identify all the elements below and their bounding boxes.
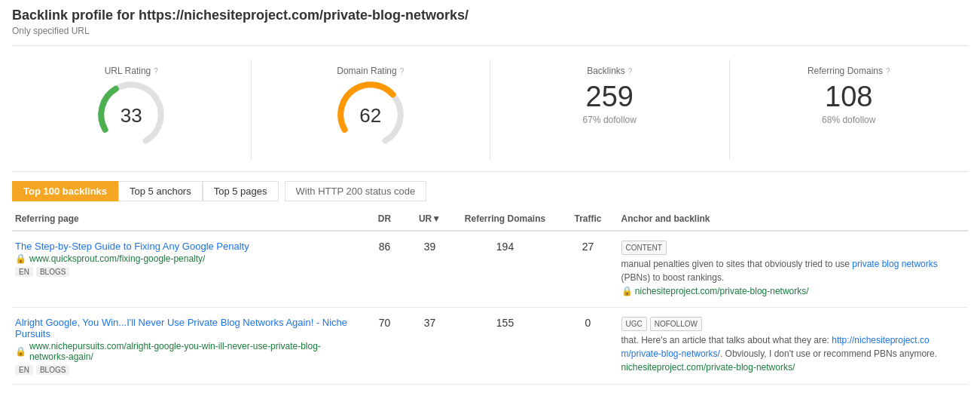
referring-domains-info-icon[interactable]: ?	[886, 67, 890, 75]
page-link-2[interactable]: Alright Google, You Win...I'll Never Use…	[15, 317, 347, 339]
cell-domain-1: 🔒 www.quicksprout.com/fixing-google-pena…	[15, 253, 359, 264]
backlinks-info-icon[interactable]: ?	[628, 67, 633, 75]
col-header-dr[interactable]: DR	[362, 212, 408, 226]
cell-dr-1: 86	[362, 239, 408, 299]
tab-top-100-backlinks[interactable]: Top 100 backlinks	[12, 181, 118, 201]
referring-domains-label: Referring Domains ?	[808, 66, 890, 76]
col-header-traffic: Traffic	[558, 212, 618, 226]
cell-tags-1: EN BLOGS	[15, 267, 359, 277]
header-divider	[12, 45, 968, 46]
anchor-text-1: manual penalties given to sites that obv…	[621, 259, 853, 269]
cell-page-2: Alright Google, You Win...I'll Never Use…	[12, 315, 362, 376]
page-link-1[interactable]: The Step-by-Step Guide to Fixing Any Goo…	[15, 241, 249, 252]
col-header-anchor: Anchor and backlink	[618, 212, 969, 226]
cell-traffic-2: 0	[558, 315, 618, 376]
anchor-domain-1: 🔒 nichesiteproject.com/private-blog-netw…	[621, 284, 966, 298]
tab-http-filter[interactable]: With HTTP 200 status code	[285, 181, 427, 201]
page-subtitle: Only specified URL	[12, 26, 968, 36]
anchor-domain-link-2[interactable]: nichesiteproject.com/private-blog-networ…	[621, 362, 795, 373]
anchor-link-1[interactable]: private blog networks	[852, 259, 937, 269]
page-title: Backlink profile for https://nichesitepr…	[12, 8, 968, 23]
backlinks-block: Backlinks ? 259 67% dofollow	[490, 60, 730, 159]
cell-page-1: The Step-by-Step Guide to Fixing Any Goo…	[12, 239, 362, 299]
lock-icon-1: 🔒	[15, 253, 26, 264]
anchor-tags-2: UGC NOFOLLOW	[621, 317, 966, 331]
anchor-tag-nofollow-2: NOFOLLOW	[650, 317, 702, 331]
referring-domains-value: 108	[825, 81, 872, 113]
page-title-1: The Step-by-Step Guide to Fixing Any Goo…	[15, 241, 359, 252]
table-row: The Step-by-Step Guide to Fixing Any Goo…	[12, 232, 968, 308]
tag-blogs-2: BLOGS	[36, 365, 69, 375]
cell-dr-2: 70	[362, 315, 408, 376]
cell-tags-2: EN BLOGS	[15, 365, 359, 375]
referring-domains-sub: 68% dofollow	[822, 115, 875, 125]
col-header-referring-page: Referring page	[12, 212, 362, 226]
tab-top-5-pages[interactable]: Top 5 pages	[203, 181, 279, 201]
anchor-text2-1: (PBNs) to boost rankings.	[621, 272, 725, 283]
anchor-text2-2: . Obviously, I don't use or recommend PB…	[720, 348, 937, 359]
backlinks-table: Referring page DR UR▼ Referring Domains …	[12, 207, 968, 385]
cell-rd-2: 155	[453, 315, 558, 376]
url-rating-value: 33	[121, 104, 142, 127]
cell-ur-1: 39	[408, 239, 453, 299]
anchor-tag-content-1: CONTENT	[621, 241, 667, 255]
backlinks-value: 259	[586, 81, 633, 113]
lock-icon-2: 🔒	[15, 346, 26, 357]
cell-anchor-1: CONTENT manual penalties given to sites …	[618, 239, 969, 299]
cell-domain-2: 🔒 www.nichepursuits.com/alright-google-y…	[15, 341, 359, 362]
page-container: Backlink profile for https://nichesitepr…	[0, 0, 980, 405]
domain-link-2[interactable]: www.nichepursuits.com/alright-google-you…	[29, 341, 359, 362]
tag-en-1: EN	[15, 267, 33, 277]
url-rating-info-icon[interactable]: ?	[154, 67, 158, 75]
lock-icon-anchor-1: 🔒	[621, 286, 633, 296]
anchor-tag-ugc-2: UGC	[621, 317, 647, 331]
url-rating-gauge: 33	[97, 81, 165, 149]
url-rating-block: URL Rating ? 33	[12, 60, 252, 159]
domain-rating-value: 62	[359, 104, 381, 127]
referring-domains-block: Referring Domains ? 108 68% dofollow	[730, 60, 969, 159]
anchor-tags-1: CONTENT	[621, 241, 966, 255]
domain-rating-block: Domain Rating ? 62	[252, 60, 491, 159]
domain-rating-gauge: 62	[337, 81, 405, 149]
page-title-2: Alright Google, You Win...I'll Never Use…	[15, 317, 359, 339]
tabs-row: Top 100 backlinks Top 5 anchors Top 5 pa…	[12, 172, 968, 207]
table-row: Alright Google, You Win...I'll Never Use…	[12, 308, 968, 385]
domain-rating-info-icon[interactable]: ?	[400, 67, 405, 75]
cell-traffic-1: 27	[558, 239, 618, 299]
metrics-row: URL Rating ? 33 Domain Rating ?	[12, 52, 968, 172]
domain-link-1[interactable]: www.quicksprout.com/fixing-google-penalt…	[29, 253, 205, 264]
tag-blogs-1: BLOGS	[36, 267, 69, 277]
backlinks-label: Backlinks ?	[587, 66, 632, 76]
anchor-domain-2: nichesiteproject.com/private-blog-networ…	[621, 361, 966, 374]
cell-ur-2: 37	[408, 315, 453, 376]
table-header: Referring page DR UR▼ Referring Domains …	[12, 207, 968, 232]
cell-anchor-2: UGC NOFOLLOW that. Here's an article tha…	[618, 315, 969, 376]
col-header-ur[interactable]: UR▼	[408, 212, 453, 226]
cell-rd-1: 194	[453, 239, 558, 299]
tag-en-2: EN	[15, 365, 33, 375]
anchor-domain-link-1[interactable]: nichesiteproject.com/private-blog-networ…	[635, 286, 809, 296]
anchor-text-2: that. Here's an article that talks about…	[621, 335, 832, 345]
backlinks-sub: 67% dofollow	[583, 115, 637, 125]
tab-top-5-anchors[interactable]: Top 5 anchors	[118, 181, 203, 201]
col-header-rd: Referring Domains	[453, 212, 558, 226]
